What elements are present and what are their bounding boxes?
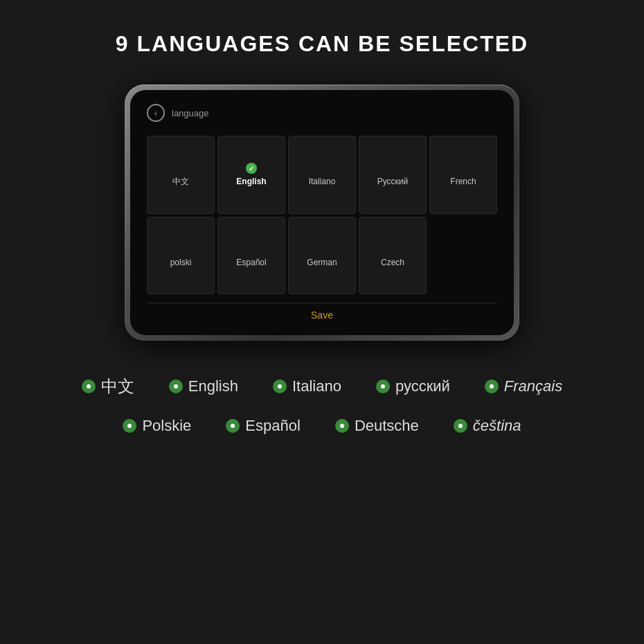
section-title: language	[172, 108, 209, 118]
lang-cell-de[interactable]: German	[288, 217, 356, 295]
lang-cell-pl[interactable]: polski	[147, 217, 215, 295]
list-item-it[interactable]: Italiano	[273, 375, 341, 397]
save-button[interactable]: Save	[311, 310, 333, 321]
save-row: Save	[147, 303, 497, 321]
page-title: 9 LANGUAGES CAN BE SELECTED	[116, 31, 528, 57]
list-item-ru[interactable]: русский	[376, 375, 450, 397]
radio-icon-cz	[454, 419, 467, 433]
list-item-fr[interactable]: Français	[485, 375, 562, 397]
radio-icon-es	[226, 419, 240, 433]
lang-label-it: Italiano	[292, 377, 341, 395]
list-item-cz[interactable]: čeština	[454, 417, 521, 435]
lang-label-de: Deutsche	[355, 417, 419, 435]
selected-indicator	[246, 163, 257, 174]
radio-icon-ru	[376, 379, 390, 393]
radio-icon-fr	[485, 379, 499, 393]
radio-icon-it	[273, 379, 287, 393]
radio-icon-de	[335, 419, 349, 433]
language-list: 中文 English Italiano русский Français Pol…	[0, 375, 644, 435]
lang-label-es: Español	[245, 417, 301, 435]
lang-cell-empty	[429, 217, 497, 295]
lang-label-en: English	[188, 377, 238, 395]
radio-icon-en	[169, 379, 183, 393]
lang-cell-ru[interactable]: Русский	[359, 136, 427, 214]
lang-label-cz: čeština	[473, 417, 521, 435]
lang-label-fr: Français	[504, 377, 562, 395]
radio-icon-zh	[82, 379, 96, 393]
list-item-zh[interactable]: 中文	[82, 375, 134, 397]
lang-cell-fr[interactable]: French	[429, 136, 497, 214]
lang-cell-it[interactable]: Italiano	[288, 136, 356, 214]
lang-label-zh: 中文	[101, 375, 134, 397]
lang-label-pl: Polskie	[142, 417, 191, 435]
device-header: ‹ language	[147, 104, 497, 122]
back-button[interactable]: ‹	[147, 104, 165, 122]
list-item-en[interactable]: English	[169, 375, 238, 397]
radio-icon-pl	[123, 419, 136, 433]
language-grid: 中文 English Italiano Русский French	[147, 136, 497, 294]
language-row-2: Polskie Español Deutsche čeština	[28, 417, 616, 435]
device-screen: ‹ language 中文 English Italiano	[130, 90, 514, 335]
device-frame: ‹ language 中文 English Italiano	[125, 84, 519, 341]
lang-cell-zh[interactable]: 中文	[147, 136, 215, 214]
lang-cell-en[interactable]: English	[217, 136, 285, 214]
list-item-pl[interactable]: Polskie	[123, 417, 191, 435]
lang-label-ru: русский	[395, 377, 450, 395]
list-item-de[interactable]: Deutsche	[335, 417, 419, 435]
lang-cell-cz[interactable]: Czech	[359, 217, 427, 295]
lang-cell-es[interactable]: Español	[217, 217, 285, 295]
language-row-1: 中文 English Italiano русский Français	[28, 375, 616, 397]
device-mockup: ‹ language 中文 English Italiano	[125, 84, 519, 341]
list-item-es[interactable]: Español	[226, 417, 301, 435]
